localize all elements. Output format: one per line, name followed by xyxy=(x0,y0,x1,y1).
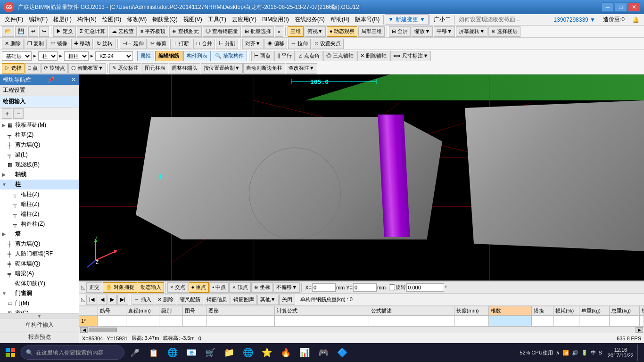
draw-input-btn[interactable]: 绘图输入 xyxy=(0,96,79,107)
rotate-point-btn[interactable]: ⟳ 旋转点 xyxy=(41,63,68,74)
center-snap-btn[interactable]: • 中点 xyxy=(209,282,229,293)
pan-btn[interactable]: 平移▼ xyxy=(434,26,455,37)
tree-item-slab[interactable]: ▩ 现浇板(B) xyxy=(0,160,79,170)
minimize-btn[interactable]: ─ xyxy=(602,2,614,12)
merge-btn[interactable]: ⊔ 合并 xyxy=(193,39,215,49)
extend-btn[interactable]: ⊣⊢ 延伸 xyxy=(120,39,147,49)
menu-draw[interactable]: 绘图(D) xyxy=(99,15,124,25)
tree-item-openings[interactable]: ▼ 门窗洞 xyxy=(0,288,79,298)
tree-item-pilecap[interactable]: ┬ 柱基(Z) xyxy=(0,130,79,140)
nav-prev-btn[interactable]: ◀ xyxy=(98,295,107,305)
nav-panel-close[interactable]: ✕ xyxy=(71,76,76,83)
close-rebar-panel-btn[interactable]: 关闭 xyxy=(279,295,295,305)
screen-rotate-btn[interactable]: 屏幕旋转▼ xyxy=(456,26,487,37)
trim-btn[interactable]: ✂ 修剪 xyxy=(148,39,169,49)
parallel-btn[interactable]: ∥ 平行 xyxy=(274,51,295,61)
tree-item-endcol[interactable]: ┬ 端柱(Z) xyxy=(0,209,79,219)
cell-barno[interactable] xyxy=(98,316,126,326)
task-view-btn[interactable]: 📋 xyxy=(145,344,162,361)
align-btn[interactable]: 对齐▼ xyxy=(242,39,264,49)
dynamic-view-btn[interactable]: ● 动态观察 xyxy=(327,26,358,37)
cell-figno[interactable] xyxy=(183,316,206,326)
menu-rebar-qty[interactable]: 钢筋量(Q) xyxy=(149,15,180,25)
point-angle-btn[interactable]: ∠ 点点角 xyxy=(296,51,322,61)
type-select[interactable]: 框柱 xyxy=(64,51,89,61)
align-top-btn[interactable]: ≡ 平齐板顶 xyxy=(138,26,168,37)
cortana-mic-btn[interactable]: 🎤 xyxy=(126,344,143,361)
taskbar-app5[interactable]: 🎮 xyxy=(315,344,332,361)
move-btn[interactable]: ✚ 移动 xyxy=(71,39,93,49)
vertex-snap-btn[interactable]: ∧ 顶点 xyxy=(229,282,251,293)
tree-item-hidcol[interactable]: ┬ 暗柱(Z) xyxy=(0,199,79,209)
menu-online[interactable]: 在线服务(S) xyxy=(292,15,328,25)
rotate-elem-btn[interactable]: ↻ 旋转 xyxy=(94,39,116,49)
tree-item-constcol[interactable]: ┬ 构造柱(Z) xyxy=(0,219,79,229)
taskbar-store[interactable]: 🛒 xyxy=(202,344,219,361)
taskbar-app3[interactable]: 🔥 xyxy=(277,344,294,361)
tree-item-framecol[interactable]: ┬ 框柱(Z) xyxy=(0,189,79,199)
taskbar-ie[interactable]: 🌐 xyxy=(164,344,181,361)
single-comp-input-btn[interactable]: 单构件输入 xyxy=(0,319,79,331)
select-floor-btn[interactable]: ⊕ 选择楼层 xyxy=(488,26,520,37)
intersect-btn[interactable]: × 交点 xyxy=(167,282,188,293)
comp-select[interactable]: KZ-24 xyxy=(95,51,133,61)
pos-draw-btn[interactable]: 按位置置绘制▼ xyxy=(201,63,243,74)
rebar-lib-btn[interactable]: 钢筋图库 xyxy=(231,295,257,305)
del-aux-btn[interactable]: ✕ 删除辅轴 xyxy=(357,51,389,61)
tree-item-axis[interactable]: ▶ 轴线 xyxy=(0,170,79,180)
tray-caret[interactable]: ∧ xyxy=(556,350,560,356)
mirror-btn[interactable]: ⇔ 镜像 xyxy=(48,39,70,49)
tree-item-wall[interactable]: ▶ 墙 xyxy=(0,229,79,239)
menu-cloud[interactable]: 云应用(Y) xyxy=(229,15,259,25)
scroll-left-btn[interactable]: ◀ xyxy=(80,327,88,333)
ime-switch[interactable]: S xyxy=(599,350,602,355)
menu-notify[interactable]: 🔔 xyxy=(629,16,642,24)
open-btn[interactable]: 📂 xyxy=(2,26,14,37)
ortho-btn[interactable]: 正交 xyxy=(86,282,102,293)
menu-view[interactable]: 视图(V) xyxy=(181,15,205,25)
nav-last-btn[interactable]: ▶| xyxy=(117,295,128,305)
scroll-right-btn[interactable]: ▶ xyxy=(636,327,643,333)
nav-panel-pin[interactable]: 📌 xyxy=(48,76,55,83)
h-scrollbar[interactable]: ◀ ▶ xyxy=(79,326,644,333)
proj-settings-btn[interactable]: 工程设置 xyxy=(0,85,79,96)
check-mark-btn[interactable]: 查改标注▼ xyxy=(286,63,317,74)
cloud-check-btn[interactable]: ☁ 云检查 xyxy=(109,26,137,37)
nav-remove-btn[interactable]: − xyxy=(13,108,24,119)
tree-item-masonrebar[interactable]: ≡ 砌体加筋(Y) xyxy=(0,279,79,288)
midpoint-snap-btn[interactable]: ● 重点 xyxy=(189,282,209,293)
taskbar-edge[interactable]: 📧 xyxy=(183,344,200,361)
menu-tools[interactable]: 工具(T) xyxy=(205,15,229,25)
menu-modify[interactable]: 修改(M) xyxy=(124,15,149,25)
view-mode-btn[interactable]: 俯视▼ xyxy=(305,26,326,37)
break-btn[interactable]: ⊥ 打断 xyxy=(170,39,192,49)
menu-phone[interactable]: 13907298339 ▼ xyxy=(551,16,598,24)
scroll-thumb[interactable] xyxy=(89,328,117,332)
menu-component[interactable]: 构件(N) xyxy=(74,15,99,25)
tree-item-door[interactable]: ▭ 门(M) xyxy=(0,298,79,308)
delete-elem-btn[interactable]: ✕ 删除 xyxy=(2,39,24,49)
menu-bim[interactable]: BIM应用(I) xyxy=(259,15,292,25)
coord-snap-btn[interactable]: ⊕ 坐标 xyxy=(251,282,273,293)
cell-diam[interactable] xyxy=(126,316,159,326)
select-mode-btn[interactable]: ▷ 选择 xyxy=(2,63,25,74)
start-btn[interactable] xyxy=(2,344,19,361)
x-input[interactable] xyxy=(312,283,336,292)
report-preview-btn[interactable]: 报表预览 xyxy=(0,331,79,343)
fullscreen-btn[interactable]: ⊞ 全屏 xyxy=(389,26,411,37)
tree-item-masonwall[interactable]: ╪ 砌体墙(Q) xyxy=(0,259,79,269)
smart-place-btn[interactable]: ⬡ 智能布置▼ xyxy=(68,63,106,74)
menu-version[interactable]: 版本号(B) xyxy=(352,15,382,25)
tree-item-beam1[interactable]: ╤ 梁(L) xyxy=(0,150,79,160)
elem-table-btn[interactable]: 图元柱表 xyxy=(142,63,168,74)
taskbar-app6[interactable]: 🔷 xyxy=(334,344,351,361)
close-btn[interactable]: ✕ xyxy=(628,2,640,12)
offset-btn[interactable]: ◈ 偏移 xyxy=(264,39,287,49)
show-desktop-btn[interactable] xyxy=(637,345,640,361)
insert-rebar-btn[interactable]: → 插入 xyxy=(132,295,154,305)
tree-item-col[interactable]: ▼ 柱 xyxy=(0,180,79,189)
tree-item-shearwall2[interactable]: ╪ 剪力墙(Q) xyxy=(0,239,79,249)
split-btn[interactable]: ⊢ 分割 xyxy=(216,39,238,49)
undo-btn[interactable]: ↩ xyxy=(28,26,38,37)
other-rebar-btn[interactable]: 其他▼ xyxy=(257,295,279,305)
